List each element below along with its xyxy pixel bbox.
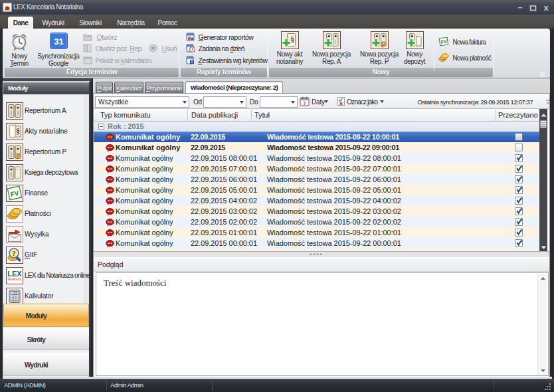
- svg-text:7: 7: [304, 101, 306, 106]
- svg-text:Notariusz: Notariusz: [7, 277, 22, 281]
- svg-text:P: P: [16, 152, 21, 160]
- svg-text:?: ?: [12, 249, 16, 257]
- svg-text:31: 31: [54, 37, 63, 47]
- svg-text:FV: FV: [440, 39, 447, 45]
- svg-text:P: P: [381, 41, 386, 49]
- svg-text:§: §: [290, 35, 294, 45]
- svg-text:§: §: [16, 127, 20, 136]
- svg-text:123: 123: [12, 292, 17, 295]
